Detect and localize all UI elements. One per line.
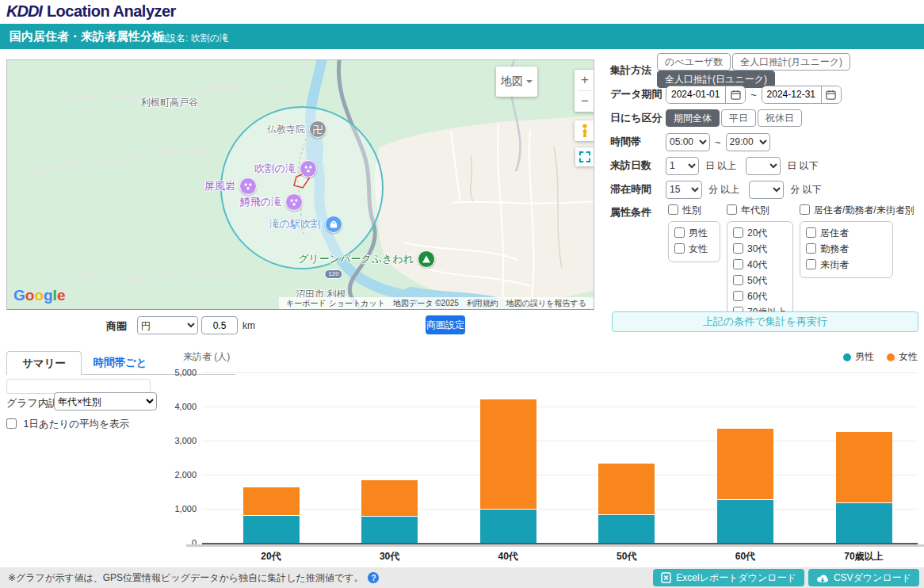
trade-area-set-button[interactable]: 商圏設定 [426, 315, 465, 334]
bar-4-male-segment [717, 499, 773, 543]
attraction-pin-icon[interactable] [239, 178, 257, 195]
keyboard-shortcuts-link[interactable]: キーボード ショートカット [282, 298, 389, 309]
day-seg-option-1[interactable]: 平日 [721, 109, 756, 127]
x-axis-label-0: 20代 [223, 550, 319, 563]
google-logo-letter: o [34, 287, 44, 304]
time-from-select[interactable]: 05:00 [666, 133, 710, 151]
gridline [202, 407, 918, 407]
attr-group-2-box: 居住者勤務者来街者 [800, 221, 893, 278]
agg-seg-option-1[interactable]: 全人口推計(月ユニーク) [732, 53, 850, 71]
zoom-in-button[interactable]: + [575, 70, 594, 90]
google-logo-letter: o [25, 287, 35, 304]
map-place-label: 屏風岩 [204, 179, 235, 193]
x-axis-label-5: 70歳以上 [816, 550, 911, 563]
map-place-label: 吹割の滝 [254, 162, 296, 176]
attr-item-1-3-checkbox[interactable] [733, 275, 743, 285]
attr-item-2-0-checkbox[interactable] [806, 227, 816, 238]
attr-item-1-1-checkbox[interactable] [733, 243, 743, 254]
fullscreen-button[interactable] [575, 147, 594, 166]
temple-pin-icon[interactable]: 卍 [309, 120, 326, 138]
attributes-label: 属性条件 [610, 205, 651, 220]
rerun-aggregation-button[interactable]: 上記の条件で集計を再実行 [612, 311, 918, 332]
stay-time-label: 滞在時間 [610, 182, 666, 197]
gridline [202, 372, 918, 373]
trade-area-label: 商圏 [106, 319, 127, 334]
terms-link[interactable]: 利用規約 [463, 298, 502, 309]
calendar-button[interactable] [821, 86, 841, 104]
daily-average-checkbox[interactable] [6, 418, 17, 429]
tab-hourly[interactable]: 時間帯ごと [82, 351, 158, 375]
campground-pin-icon[interactable] [418, 250, 435, 268]
page-title-bar: 国内居住者・来訪者属性分析 施設名: 吹割の滝 [0, 24, 924, 49]
csv-download-button[interactable]: CSVダウンロード [808, 569, 919, 586]
attr-group-1-checkbox[interactable] [727, 204, 737, 215]
visit-days-max-select[interactable] [746, 157, 781, 175]
trade-area-shape-select[interactable]: 円 [137, 316, 198, 334]
time-to-select[interactable]: 29:00 [726, 133, 770, 151]
attr-item-1-4-checkbox[interactable] [733, 291, 743, 301]
day-type-label: 日にち区分 [610, 111, 666, 125]
attraction-pin-icon[interactable] [285, 193, 303, 211]
product-logo-text: Location Analyzer [47, 2, 176, 20]
attraction-pin-icon[interactable] [300, 160, 317, 178]
stay-time-min-select[interactable]: 15 [666, 181, 702, 199]
y-axis-title: 来訪者 (人) [183, 350, 230, 364]
legend-item-1[interactable]: 女性 [887, 350, 918, 364]
csv-download-label: CSVダウンロード [834, 571, 911, 585]
daily-average-text: 1日あたりの平均を表示 [23, 418, 128, 430]
route-120-badge: 120 [324, 269, 342, 279]
visit-days-min-select[interactable]: 1 [666, 157, 699, 175]
report-error-link[interactable]: 地図の誤りを報告する [502, 298, 590, 309]
attr-item-0-1-checkbox[interactable] [674, 243, 685, 254]
google-logo: Google [13, 287, 65, 304]
pegman-icon [579, 124, 590, 138]
period-from-input[interactable] [666, 86, 725, 103]
attr-item-1-2-label: 40代 [733, 258, 787, 272]
bar-2-male-segment [480, 509, 536, 543]
y-tick-label: 3,000 [160, 436, 197, 445]
attr-group-0-checkbox[interactable] [668, 204, 678, 215]
attr-item-1-0-checkbox[interactable] [733, 227, 743, 238]
period-to-input[interactable] [762, 86, 821, 103]
tab-summary[interactable]: サマリー [6, 351, 82, 375]
attr-group-2-checkbox[interactable] [800, 204, 810, 215]
map-type-label: 地図 [501, 74, 523, 89]
help-icon[interactable]: ? [368, 572, 379, 583]
footnote-text: ※グラフが示す値は、GPS位置情報ビッグデータから独自に集計した推測値です。 [8, 571, 363, 585]
map-canvas [7, 60, 594, 310]
download-buttons: Excelレポートダウンロード CSVダウンロード [653, 569, 919, 586]
google-logo-letter: e [57, 287, 66, 304]
calendar-button[interactable] [725, 86, 745, 104]
gridline [202, 475, 918, 475]
trade-area-radius-input[interactable] [201, 316, 238, 334]
legend-item-0[interactable]: 男性 [843, 350, 874, 364]
bar-4-female-segment [717, 429, 773, 499]
period-to-group [762, 86, 842, 104]
bar-4 [717, 429, 773, 543]
attr-item-1-4-label: 60代 [733, 290, 787, 304]
map-type-button[interactable]: 地図 [496, 67, 537, 97]
trade-area-unit: km [242, 320, 255, 331]
pegman-button[interactable] [575, 120, 594, 141]
day-seg-option-2[interactable]: 祝休日 [758, 109, 802, 127]
attr-item-0-0-checkbox[interactable] [674, 227, 685, 238]
day-seg-option-0[interactable]: 期間全体 [666, 109, 720, 127]
excel-download-button[interactable]: Excelレポートダウンロード [653, 569, 804, 586]
attr-item-1-2-checkbox[interactable] [733, 259, 743, 269]
stay-time-max-select[interactable] [749, 181, 784, 199]
map-zoom-control: + − [575, 70, 594, 112]
attr-item-2-2-checkbox[interactable] [806, 259, 816, 269]
store-pin-icon[interactable] [325, 216, 342, 233]
agg-seg-option-0[interactable]: のべユーザ数 [657, 53, 731, 71]
y-tick-label: 4,000 [160, 402, 197, 411]
zoom-out-button[interactable]: − [575, 91, 594, 112]
attr-item-2-1-checkbox[interactable] [806, 243, 816, 254]
stay-time-min-suffix: 分 以上 [708, 183, 739, 197]
x-axis-label-1: 30代 [342, 550, 437, 563]
map[interactable]: 利根町高戸谷 卍 仏教寺院 吹割の滝 屏風岩 鱒飛の滝 滝の駅吹割 グリーンパー… [6, 59, 594, 310]
excel-file-icon [661, 572, 671, 583]
breakdown-select[interactable]: 年代×性別 [54, 392, 157, 410]
legend-label: 女性 [899, 350, 918, 364]
fullscreen-icon [579, 151, 590, 162]
map-attribution: キーボード ショートカット 地図データ ©2025 利用規約 地図の誤りを報告す… [279, 297, 594, 309]
